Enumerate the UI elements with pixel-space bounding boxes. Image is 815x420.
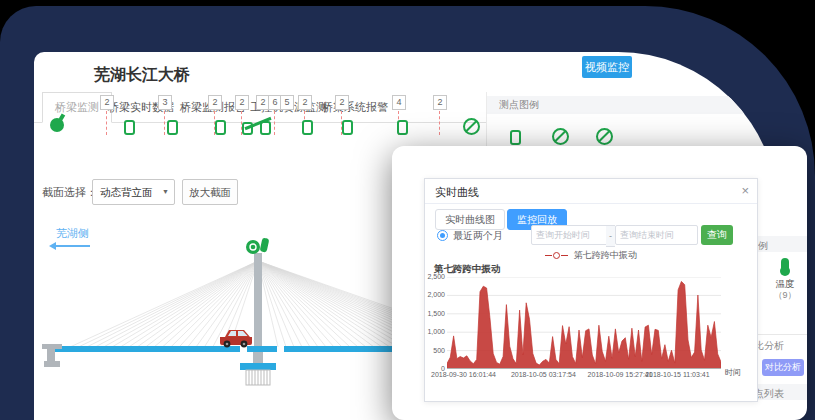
date-range-separator: -	[606, 225, 615, 247]
car-icon	[220, 330, 252, 347]
curve-popup-window: 例 温度 （9） 对比分析 对比分析 测点列表 实时曲线 × 实时曲线图 监控回…	[392, 146, 807, 420]
chain-link-icon	[260, 121, 271, 135]
bridge-pier	[253, 352, 263, 364]
legend-circle-icon	[553, 252, 560, 259]
sensor-count-badge: 4	[392, 95, 406, 110]
chart-canvas	[447, 277, 721, 369]
enlarge-section-button[interactable]: 放大截面	[182, 179, 238, 205]
legend-label: 第七跨跨中振动	[574, 250, 637, 260]
query-start-time-input[interactable]	[531, 225, 614, 245]
page-title: 芜湖长江大桥	[94, 65, 190, 86]
sensor-legend-icon[interactable]	[552, 128, 569, 145]
sensor-count-badge: 2	[298, 95, 312, 110]
y-tick-label: 1,500	[425, 310, 445, 317]
chain-link-icon[interactable]	[302, 120, 313, 135]
chain-link-icon[interactable]	[342, 120, 353, 135]
modal-title: 实时曲线	[435, 185, 479, 200]
temperature-count: （9）	[766, 289, 804, 302]
y-tick-label: 2,500	[425, 273, 445, 280]
sensor-drop-line	[241, 111, 242, 135]
chain-link-icon[interactable]	[167, 120, 178, 135]
x-tick-label: 2018-10-15 11:03:41	[645, 371, 709, 378]
radio-label: 最近两个月	[453, 229, 503, 243]
tab-realtime-curve[interactable]: 实时曲线图	[435, 209, 505, 230]
chain-link-icon[interactable]	[215, 120, 226, 135]
sensor-legend-icon[interactable]	[596, 128, 613, 145]
section-select-dropdown[interactable]: 动态背立面 ▼	[92, 179, 175, 205]
pier-cap	[240, 363, 276, 370]
section-select-value: 动态背立面	[100, 186, 153, 198]
x-tick-label: 2018-09-30 16:01:44	[431, 371, 496, 378]
legend-header-clipped: 例	[758, 239, 768, 253]
sensor-count-badge: 2	[335, 95, 349, 110]
chevron-down-icon: ▼	[162, 180, 169, 204]
temperature-icon[interactable]	[781, 258, 789, 273]
sensor-drop-line	[439, 111, 440, 135]
sensor-drop-line	[106, 111, 107, 135]
expansion-joint-sensor-icon[interactable]	[242, 114, 274, 135]
pier-footing	[246, 370, 270, 385]
video-monitor-button[interactable]: 视频监控	[582, 56, 632, 78]
sensor-drop-line	[164, 111, 165, 135]
vibration-chart-plot[interactable]	[447, 277, 721, 369]
x-tick-label: 2018-10-09 15:27:41	[588, 371, 653, 378]
x-tick-label: 2018-10-05 03:17:54	[511, 371, 576, 378]
chain-link-icon[interactable]	[397, 120, 408, 135]
tab-system-alarm[interactable]: 桥梁系统报警	[322, 92, 388, 122]
x-axis-title: 时间	[725, 367, 741, 378]
modal-header: 实时曲线 ×	[425, 179, 757, 204]
recent-two-months-radio[interactable]	[437, 230, 448, 241]
sensor-count-badge: 2	[235, 95, 249, 110]
pendulum-sensor-icon[interactable]	[50, 118, 64, 132]
sensor-count-badge: 2	[208, 95, 222, 110]
query-end-time-input[interactable]	[615, 225, 698, 245]
chain-link-icon[interactable]	[124, 120, 135, 135]
close-icon[interactable]: ×	[741, 183, 749, 198]
compare-analysis-button[interactable]: 对比分析	[762, 359, 804, 376]
chain-link-icon[interactable]	[510, 130, 521, 145]
y-tick-label: 1,000	[425, 328, 445, 335]
tower-top-sensor-icons[interactable]	[246, 238, 269, 254]
sensor-count-badge: 2	[433, 95, 447, 110]
sensor-count-badge: 5	[280, 95, 294, 110]
bridge-tower	[254, 253, 262, 352]
sensor-count-badge: 2	[100, 95, 114, 110]
sensor-count-badge: 3	[158, 95, 172, 110]
disabled-sensor-icon[interactable]	[463, 118, 480, 135]
legend-line-icon	[545, 255, 552, 256]
abutment	[42, 344, 62, 367]
legend-line-icon	[561, 255, 568, 256]
sensor-drop-line	[274, 111, 275, 135]
query-button[interactable]: 查询	[701, 225, 733, 245]
screen: 芜湖长江大桥 视频监控 桥梁监测 桥梁实时数据 桥梁监测报告 工控机资源监测 桥…	[0, 0, 815, 420]
section-select-label: 截面选择：	[42, 185, 97, 200]
realtime-curve-modal: 实时曲线 × 实时曲线图 监控回放 最近两个月 - 查询 第七跨跨中振动 第七跨…	[424, 178, 758, 402]
y-tick-label: 2,000	[425, 291, 445, 298]
chart-legend[interactable]: 第七跨跨中振动	[425, 249, 757, 262]
y-tick-label: 500	[425, 347, 445, 354]
